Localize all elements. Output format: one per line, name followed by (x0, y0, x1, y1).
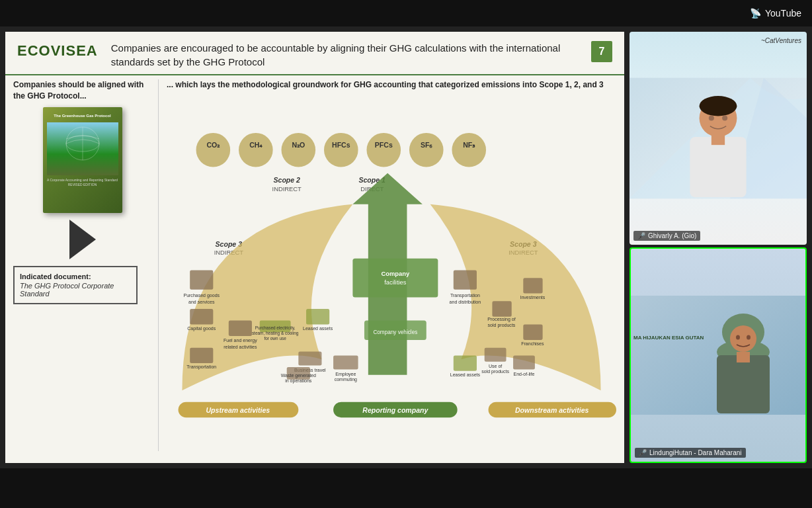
svg-rect-90 (717, 355, 770, 413)
text-overlay: MA HIJAUKAN ESIA GUTAN (633, 334, 704, 341)
svg-point-6 (239, 133, 273, 167)
svg-text:Transportation: Transportation (450, 293, 480, 298)
participant-name-2: LindungiHutan - Dara Maharani (649, 449, 742, 456)
svg-point-8 (282, 133, 316, 167)
right-panel: ... which lays the methodological ground… (159, 79, 616, 451)
slide-title: Companies are encouraged to be accountab… (111, 41, 591, 69)
mic-icon-1: 🎤 (637, 232, 645, 239)
svg-text:Fuel and energy: Fuel and energy (223, 338, 257, 343)
svg-text:Purchased electricity,: Purchased electricity, (255, 325, 296, 330)
svg-text:Leased assets: Leased assets (450, 372, 481, 377)
svg-text:related activities: related activities (223, 345, 257, 349)
youtube-label: YouTube (765, 8, 801, 19)
svg-text:Downstream activities: Downstream activities (515, 406, 589, 414)
svg-rect-29 (190, 309, 213, 324)
video-box-1: ~CatVentures (629, 32, 807, 245)
svg-text:commuting: commuting (335, 377, 357, 382)
svg-rect-31 (229, 320, 252, 335)
svg-point-4 (196, 133, 231, 167)
svg-text:Processing of: Processing of (487, 316, 516, 321)
indicated-doc-box: Indicated document: The GHG Protocol Cor… (13, 266, 138, 304)
svg-text:Capital goods: Capital goods (187, 325, 216, 331)
svg-text:Leased assets: Leased assets (303, 325, 333, 330)
svg-rect-46 (352, 259, 438, 298)
svg-rect-36 (454, 270, 477, 289)
slide-number: 7 (591, 41, 612, 62)
svg-text:CH₄: CH₄ (249, 141, 263, 149)
svg-text:and distribution: and distribution (450, 300, 481, 304)
ecovisea-logo: ECOVISEA (17, 42, 98, 60)
left-panel: Companies should be aligned with the GHG… (13, 79, 159, 451)
svg-text:HFCs: HFCs (332, 141, 350, 149)
ghg-diagram: CO₂ CH₄ N₂O HFCs PFCs SF₆ NF₃ (167, 96, 616, 463)
svg-text:Investments: Investments (520, 295, 545, 300)
svg-text:Reporting company: Reporting company (362, 406, 428, 414)
svg-text:N₂O: N₂O (292, 141, 305, 149)
mic-icon-2: 🎤 (639, 449, 647, 456)
svg-text:INDIRECT: INDIRECT (272, 186, 302, 192)
book-visual: The Greenhouse Gas Protocol (43, 107, 122, 213)
svg-text:Use of: Use of (489, 364, 502, 368)
svg-text:NF₃: NF₃ (463, 141, 475, 149)
svg-text:Scope 2: Scope 2 (273, 176, 300, 184)
book-subtitle: A Corporate Accounting and Reporting Sta… (47, 178, 118, 187)
person1-figure (629, 32, 807, 245)
svg-rect-53 (454, 355, 477, 370)
svg-rect-63 (513, 355, 535, 369)
svg-text:CO₂: CO₂ (206, 141, 220, 149)
svg-text:sold products: sold products (481, 369, 509, 374)
participant-label-2: 🎤 LindungiHutan - Dara Maharani (635, 448, 746, 458)
svg-rect-42 (523, 278, 542, 293)
right-heading: ... which lays the methodological ground… (167, 79, 616, 91)
svg-text:Waste generated: Waste generated (281, 373, 316, 378)
svg-text:Transportation: Transportation (186, 364, 216, 370)
svg-point-14 (409, 133, 444, 167)
svg-text:in operations: in operations (285, 378, 312, 384)
svg-point-80 (700, 96, 737, 116)
youtube-badge: 📡 YouTube (750, 8, 801, 19)
svg-rect-51 (306, 309, 329, 324)
main-area: ECOVISEA Companies are encouraged to be … (0, 26, 812, 468)
svg-text:SF₆: SF₆ (421, 141, 432, 149)
svg-text:Employee: Employee (335, 372, 356, 377)
book-title: The Greenhouse Gas Protocol (54, 114, 110, 119)
indicated-label: Indicated document: (20, 273, 131, 280)
slide-body: Companies should be aligned with the GHG… (5, 79, 624, 451)
participant-name-1: Ghivarly A. (Gio) (648, 232, 696, 239)
svg-point-10 (324, 133, 358, 167)
participant-label-1: 🎤 Ghivarly A. (Gio) (633, 231, 700, 241)
svg-rect-82 (711, 133, 725, 145)
video-panel: ~CatVentures (627, 26, 812, 468)
bottom-bar (0, 468, 812, 508)
svg-rect-26 (190, 270, 213, 289)
slide-header: ECOVISEA Companies are encouraged to be … (5, 32, 624, 75)
svg-text:End-of-life: End-of-life (513, 372, 534, 376)
svg-point-16 (452, 133, 486, 167)
youtube-icon: 📡 (750, 8, 761, 19)
svg-point-84 (722, 115, 727, 120)
svg-rect-44 (523, 324, 542, 339)
slide-area: ECOVISEA Companies are encouraged to be … (5, 32, 624, 463)
svg-rect-81 (690, 137, 746, 197)
svg-text:steam, heating & cooling: steam, heating & cooling (252, 331, 299, 336)
svg-text:and services: and services (188, 300, 215, 304)
svg-point-83 (709, 115, 714, 120)
svg-text:Company vehicles: Company vehicles (373, 329, 417, 335)
video-box-2: MA HIJAUKAN ESIA GUTAN (629, 247, 807, 463)
svg-rect-55 (298, 351, 321, 365)
svg-point-89 (730, 325, 756, 352)
left-heading: Companies should be aligned with the GHG… (13, 79, 151, 102)
indicated-value: The GHG Protocol Corporate Standard (20, 282, 131, 298)
catventures-logo: ~CatVentures (761, 37, 801, 44)
svg-rect-34 (190, 347, 213, 362)
book-image (47, 122, 118, 175)
svg-rect-39 (492, 301, 511, 316)
svg-rect-60 (485, 347, 507, 361)
top-bar: 📡 YouTube (0, 0, 812, 26)
svg-point-12 (366, 133, 401, 167)
svg-text:sold products: sold products (488, 323, 516, 328)
svg-point-93 (747, 335, 751, 340)
svg-text:Purchased goods: Purchased goods (183, 293, 220, 298)
svg-text:Upstream activities: Upstream activities (206, 406, 270, 414)
right-arrow (69, 220, 96, 259)
